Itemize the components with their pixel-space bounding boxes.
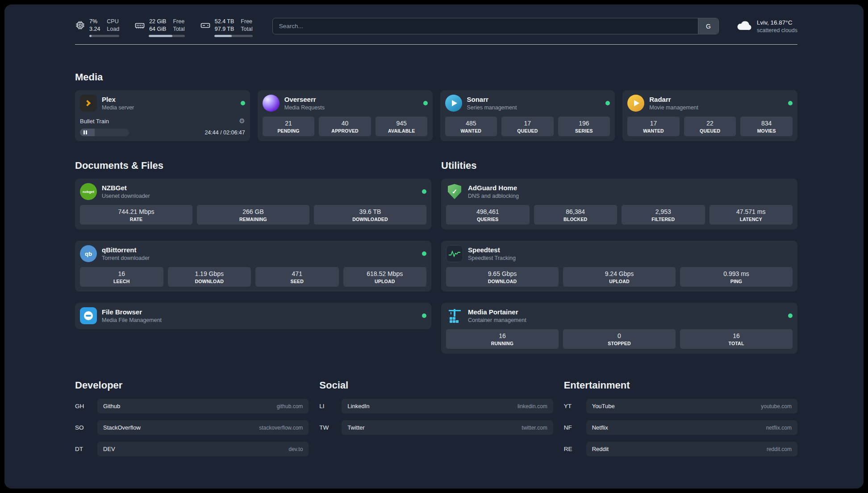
bookmark-link[interactable]: Netflix netflix.com [586,420,797,435]
stat-value: 834 [742,120,791,127]
stat-tile: 945 AVAILABLE [376,117,428,136]
service-card-sonarr[interactable]: Sonarr Series management 485 WANTED 17 Q… [440,90,615,141]
service-description: Media Requests [284,104,325,111]
stat-value: 17 [629,120,678,127]
stat-value: 17 [503,120,552,127]
bookmark-abbr: DT [75,446,91,452]
settings-gear-icon[interactable]: ⚙ [239,117,245,125]
bookmark-link[interactable]: StackOverflow stackoverflow.com [97,420,309,435]
stat-label: RUNNING [448,341,557,346]
stat-tile: 39.6 TB DOWNLOADED [314,205,426,225]
stat-tile: 40 APPROVED [319,117,371,136]
two-column-area: Documents & Files nzbget NZBGet Usenet d… [75,160,797,354]
service-description: Usenet downloader [102,193,150,199]
service-description: Media server [102,104,134,111]
bookmark-link[interactable]: Twitter twitter.com [342,420,553,435]
service-meta: Media Portainer Container management [468,308,526,323]
service-card-speedtest[interactable]: Speedtest Speedtest Tracking 9.65 Gbps D… [441,241,797,292]
bookmark-name: DEV [103,446,115,452]
bookmark-link[interactable]: Github github.com [97,399,309,414]
stat-tile: 16 RUNNING [446,329,559,349]
cloud-icon [736,20,752,33]
service-card-adguard[interactable]: ✓ AdGuard Home DNS and adblocking 498,46… [441,179,797,230]
now-playing-title: Bullet Train [80,118,109,125]
service-stats: 16 LEECH 1.19 Gbps DOWNLOAD 471 SEED [80,267,426,287]
memory-labels: Free Total [173,18,184,33]
service-card-nzbget[interactable]: nzbget NZBGet Usenet downloader 744.21 M… [75,179,431,230]
weather-condition: scattered clouds [757,27,797,34]
service-name: Overseerr [284,96,325,103]
playback-row: 24:44 / 02:06:47 [80,129,245,136]
bookmark-youtube: YT YouTube youtube.com [564,399,797,414]
bookmark-dev: DT DEV dev.to [75,442,309,456]
service-card-filebrowser[interactable]: File Browser Media File Management [75,303,431,329]
service-meta: File Browser Media File Management [102,308,162,323]
bookmark-list: YT YouTube youtube.com NF Netflix netfli… [564,399,797,456]
stat-label: SERIES [560,128,609,134]
service-description: Media File Management [102,317,162,323]
documents-cards: nzbget NZBGet Usenet downloader 744.21 M… [75,179,431,329]
stat-tile: 485 WANTED [445,117,497,136]
stat-value: 945 [377,120,426,127]
service-stats: 21 PENDING 40 APPROVED 945 AVAILABLE [263,117,428,136]
service-name: Sonarr [467,96,517,103]
stat-tile: 9.65 Gbps DOWNLOAD [446,267,559,287]
status-dot [422,189,426,194]
bookmark-name: StackOverflow [103,424,141,431]
top-bar: 7% 3.24 CPU Load [75,18,797,37]
bookmark-group-social: Social LI LinkedIn linkedin.com TW Twitt… [319,380,553,456]
bookmark-abbr: GH [75,403,91,409]
disk-value-secondary: 97.9 TB [215,25,234,33]
bookmark-link[interactable]: YouTube youtube.com [586,399,797,414]
section-title-entertainment: Entertainment [564,380,797,391]
stat-tile: 196 SERIES [558,117,610,136]
stat-tile: 834 MOVIES [740,117,793,136]
stat-label: AVAILABLE [377,128,426,134]
stat-tile: 22 QUEUED [684,117,736,136]
bookmark-link[interactable]: DEV dev.to [97,442,309,456]
section-title-utilities: Utilities [441,160,797,171]
memory-usage-fill [149,35,172,37]
stat-label: UPLOAD [345,279,425,284]
stat-value: 266 GB [199,208,308,215]
dashboard-container: 7% 3.24 CPU Load [4,4,864,467]
play-icon [634,100,639,106]
service-header: Media Portainer Container management [446,307,793,324]
service-card-portainer[interactable]: Media Portainer Container management 16 … [441,303,797,354]
stat-value: 1.19 Gbps [170,270,250,277]
memory-usage-bar [149,35,185,37]
bookmark-twitter: TW Twitter twitter.com [319,420,553,435]
bookmark-link[interactable]: LinkedIn linkedin.com [342,399,553,414]
stat-value: 16 [448,332,557,339]
bookmark-url: dev.to [289,446,303,452]
memory-widget: 22 GiB 64 GiB Free Total [134,18,185,37]
dashboard: 7% 3.24 CPU Load [4,4,864,489]
stat-value: 16 [682,332,791,339]
service-header: File Browser Media File Management [80,307,426,324]
service-card-qbittorrent[interactable]: qb qBittorrent Torrent downloader 16 [75,241,431,292]
bookmark-link[interactable]: Reddit reddit.com [586,442,797,456]
stat-tile: 9.24 Gbps UPLOAD [563,267,676,287]
stat-label: UPLOAD [565,279,674,284]
search-input[interactable] [273,18,698,34]
stat-label: PENDING [264,128,313,134]
service-name: NZBGet [102,184,150,192]
bookmark-url: github.com [277,403,303,409]
stat-tile: 17 QUEUED [501,117,554,136]
stat-value: 47.571 ms [711,208,791,215]
search-provider-button[interactable]: G [698,18,718,34]
utilities-section: Utilities ✓ AdGuard Home DNS and adblock… [441,160,797,354]
pause-icon[interactable] [83,130,87,134]
service-card-radarr[interactable]: Radarr Movie management 17 WANTED 22 QUE… [622,90,797,141]
section-title-documents: Documents & Files [75,160,431,171]
status-dot [241,101,245,105]
service-card-plex[interactable]: Plex Media server Bullet Train ⚙ [75,90,250,141]
stat-value: 21 [264,120,313,127]
radarr-icon [627,95,644,112]
stat-value: 9.65 Gbps [448,270,557,277]
playback-progress-bar[interactable] [80,129,129,136]
stat-label: PING [682,279,791,284]
service-card-overseerr[interactable]: Overseerr Media Requests 21 PENDING 40 A… [258,90,433,141]
filebrowser-disc-icon [84,311,93,320]
stat-label: RATE [82,217,191,222]
